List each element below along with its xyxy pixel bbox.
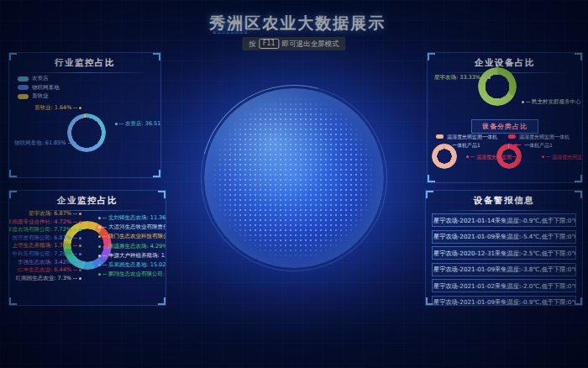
chart-label: 温湿度光照监测一 — [466, 154, 517, 160]
label-line — [73, 270, 77, 271]
label-line — [119, 124, 123, 124]
legend-swatch — [436, 134, 444, 139]
panel-title: 行业监控占比 — [9, 53, 160, 73]
label-line — [73, 262, 77, 263]
label-line — [526, 102, 530, 103]
label-line — [73, 278, 77, 279]
label-line — [102, 236, 107, 237]
pie-label: 红南园生态农业: 7.3% — [16, 276, 81, 281]
alarm-list: 星宇农场-2021-01-14采集温度:-0.9℃,低于下限:0℃ 星宇农场-2… — [432, 213, 576, 306]
pie-label-text: 大运河生态牧业有限责任公 — [108, 224, 166, 230]
label-line — [102, 227, 107, 228]
label-line — [73, 245, 77, 246]
panel-industry-monitor: 行业监控占比 农资店 物联网基地 畜牧业 畜牧业: 1.64% 农资店: 36.… — [8, 52, 161, 178]
pie-label: 鹏翔生态农业有限公司: 6.87% — [98, 271, 166, 277]
industry-donut-chart[interactable] — [67, 113, 106, 152]
label-line — [546, 156, 550, 157]
label-line — [73, 108, 77, 108]
label-line — [102, 274, 107, 275]
pie-label: 瓜果园生态基地: 15.02% — [98, 262, 166, 268]
label-dot-icon — [74, 142, 76, 145]
device-donut-chart[interactable] — [478, 67, 517, 106]
label-dot-icon — [98, 273, 101, 276]
f11-keycap: F11 — [259, 39, 280, 49]
alarm-text: 星宇农场-2021-01-09采集温度:-0.9℃,低于下限:0℃ — [433, 298, 576, 306]
chart-label: 民主村党群服务中心 — [522, 99, 581, 105]
classification-title: 设备分类占比 — [471, 119, 538, 134]
pie-label: 中科乐有限公司: 7.29% — [13, 251, 81, 257]
legend-label: 畜牧业 — [32, 93, 49, 99]
chart-label: 物联网基地: 61.85% — [14, 140, 76, 146]
alarm-text: 星宇农场-2021-01-09采集温度:-3.8℃,低于下限:0℃ — [433, 265, 576, 273]
label-line — [68, 143, 72, 144]
label-dot-icon — [79, 269, 81, 271]
legend-swatch — [508, 134, 516, 139]
legend-label: 物联网基地 — [32, 85, 60, 91]
pie-label-text: 李强生态农场: 3.42% — [18, 260, 71, 265]
label-dot-icon — [79, 213, 81, 215]
pie-label: 国开发有限公司: 6.87% — [13, 235, 81, 241]
alarm-text: 星宇农场-2020-12-31采集温度:-2.5℃,低于下限:0℃ — [433, 250, 576, 257]
pie-label: 星宇农场: 6.87% — [29, 211, 81, 217]
chart-label: 畜牧业: 1.64% — [34, 105, 81, 111]
pie-label-text: 上华生态养殖场: 1.72% — [13, 243, 71, 249]
label-line — [73, 254, 77, 255]
legend-swatch — [18, 76, 29, 81]
pie-label-text: 国开发有限公司: 6.87% — [13, 235, 71, 241]
pie-label: 大运河生态牧业有限责任公 — [98, 224, 166, 230]
label-dot-icon — [79, 229, 81, 231]
pie-label: 和美雨露专业合作社: 4.72% — [8, 219, 81, 225]
chart-label: 星宇农场: 33.33% — [434, 75, 491, 81]
pie-label-text: 红南园生态农业: 7.3% — [16, 276, 71, 281]
alarm-row: 星宇农场-2021-01-09采集温度:-5.4℃,低于下限:0℃ — [432, 230, 576, 244]
page-title: 秀洲区农业大数据展示 — [209, 13, 386, 34]
chart-label: 农资店: 36.51% — [115, 121, 161, 127]
legend-swatch — [18, 94, 29, 99]
label-line — [73, 222, 77, 223]
legend-item[interactable]: 畜牧业 — [18, 93, 60, 99]
alarm-row: 星宇农场-2021-01-14采集温度:-0.9℃,低于下限:0℃ — [432, 213, 576, 227]
legend-item[interactable]: 温湿度光照监测一体机 — [508, 134, 570, 139]
dashboard-screen: 秀洲区农业大数据展示 按 F11 即可退出全屏模式 行业监控占比 农资店 物联网… — [0, 0, 588, 368]
label-dot-icon — [115, 123, 118, 125]
pie-label: 上华生态养殖场: 1.72% — [13, 243, 81, 249]
alarm-text: 星宇农场-2021-01-09采集温度:-5.4℃,低于下限:0℃ — [433, 233, 576, 240]
device-type-donut-1[interactable] — [432, 144, 457, 169]
label-dot-icon — [98, 255, 101, 257]
label-line — [102, 218, 107, 218]
pie-label-text: 鹏翔生态农业有限公司: 6.87% — [108, 271, 166, 277]
label-line — [73, 238, 77, 239]
pie-label-text: 和美雨露专业合作社: 4.72% — [8, 219, 71, 225]
legend-item[interactable]: 物联网基地 — [18, 85, 60, 91]
label-line — [73, 213, 77, 214]
label-line — [482, 77, 486, 78]
pie-label-text: 南盛原生态农场: 4.29% — [108, 244, 166, 250]
alarm-text: 星宇农场-2021-01-14采集温度:-0.9℃,低于下限:0℃ — [433, 217, 576, 224]
pie-label: 李强生态农场: 3.42% — [18, 260, 81, 265]
label-dot-icon — [98, 235, 101, 238]
label-dot-icon — [98, 226, 101, 229]
globe-visualization — [204, 88, 384, 268]
tip-prefix: 按 — [249, 39, 256, 49]
label-dot-icon — [79, 107, 81, 109]
pie-label: 北刘铸生态农场: 11.36% — [98, 215, 166, 221]
alarm-row: 星宇农场-2021-01-02采集温度:-2.0℃,低于下限:0℃ — [432, 279, 576, 292]
label-line — [470, 156, 475, 157]
tip-suffix: 即可退出全屏模式 — [282, 39, 339, 49]
pie-label: 家庭农场有限公司: 7.72% — [8, 227, 81, 233]
label-dot-icon — [79, 221, 81, 223]
pie-label-text: 北刘铸生态农场: 11.36% — [108, 215, 166, 221]
label-dot-icon — [79, 244, 81, 247]
label-dot-icon — [488, 76, 491, 79]
label-dot-icon — [79, 253, 81, 255]
pie-label: 隆门生态农业科技有限公 — [98, 234, 166, 239]
pie-label-text: 家庭农场有限公司: 7.72% — [8, 227, 71, 233]
label-dot-icon — [98, 245, 101, 248]
legend-item[interactable]: 温湿度光照监测一体机 — [436, 134, 497, 139]
legend-item[interactable]: 农资店 — [18, 76, 60, 81]
enterprise-right-labels: 北刘铸生态农场: 11.36% 大运河生态牧业有限责任公 隆门生态农业科技有限公… — [98, 215, 166, 277]
pie-label-text: 星宇农场: 6.87% — [29, 211, 71, 217]
label-dot-icon — [98, 217, 101, 219]
label-dot-icon — [79, 261, 81, 264]
label-dot-icon — [79, 277, 81, 280]
